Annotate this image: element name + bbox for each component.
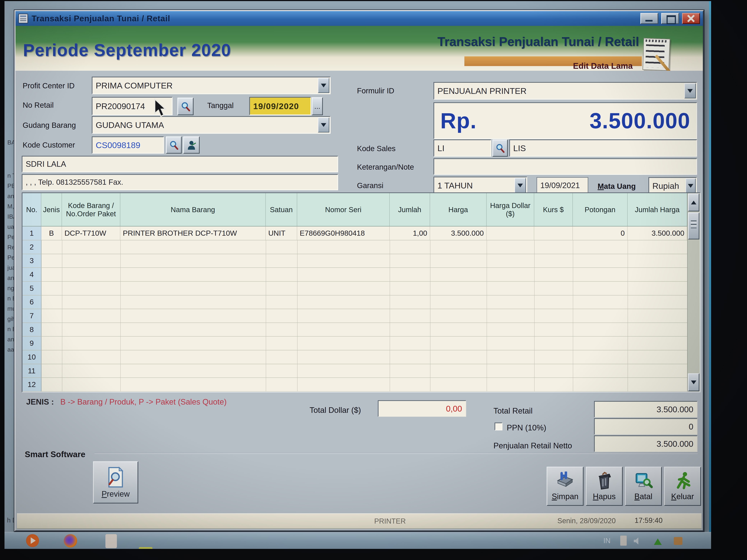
scroll-down-button[interactable] bbox=[688, 373, 699, 391]
chevron-down-icon[interactable] bbox=[318, 78, 329, 93]
search-icon bbox=[180, 101, 191, 112]
ppn-checkbox[interactable] bbox=[494, 423, 503, 430]
keluar-button[interactable]: Keluar bbox=[664, 466, 701, 506]
table-row[interactable]: 9 bbox=[22, 337, 687, 350]
col-header-harga: Harga bbox=[430, 193, 487, 226]
status-date: Senin, 28/09/2020 bbox=[557, 517, 616, 525]
preview-label: Preview bbox=[102, 489, 130, 499]
cell-kurs bbox=[534, 226, 573, 240]
col-header-jumlah: Jumlah bbox=[390, 193, 430, 226]
table-row[interactable]: 11 bbox=[22, 364, 687, 378]
brand-label: Smart Software bbox=[25, 449, 85, 459]
sales-search-button[interactable] bbox=[492, 139, 508, 157]
formulir-combobox[interactable]: PENJUALAN PRINTER bbox=[434, 82, 697, 100]
table-row[interactable]: 7 bbox=[22, 309, 687, 323]
media-player-icon[interactable] bbox=[26, 534, 39, 547]
table-row[interactable]: 4 bbox=[22, 268, 687, 282]
keterangan-input[interactable] bbox=[434, 158, 697, 175]
scrollbar-thumb[interactable] bbox=[688, 213, 699, 239]
simpan-button[interactable]: Simpan bbox=[547, 466, 584, 506]
cell-nama: PRINTER BROTHER DCP-T710W bbox=[120, 226, 266, 240]
sales-name-field[interactable]: LIS bbox=[509, 139, 697, 157]
close-button[interactable] bbox=[682, 13, 700, 24]
col-header-jumlah-harga: Jumlah Harga bbox=[627, 193, 687, 226]
tanggal-input[interactable]: 19/09/2020 bbox=[249, 97, 311, 115]
minimize-button[interactable] bbox=[640, 13, 658, 24]
arrow-up-icon bbox=[691, 201, 696, 205]
running-man-icon bbox=[673, 472, 692, 490]
profit-center-label: Profit Center ID bbox=[23, 81, 75, 90]
status-bar: PRINTER Senin, 28/09/2020 17:59:40 bbox=[17, 513, 701, 529]
table-row[interactable]: 5 bbox=[22, 282, 687, 295]
kode-sales-input[interactable]: LI bbox=[434, 139, 491, 157]
print-preview-icon bbox=[106, 466, 126, 488]
col-header-nama: Nama Barang bbox=[120, 193, 266, 226]
hapus-label: Hapus bbox=[593, 492, 616, 501]
no-retail-search-button[interactable] bbox=[177, 98, 194, 115]
volume-icon[interactable] bbox=[633, 536, 643, 546]
table-row[interactable]: 3 bbox=[22, 254, 687, 268]
row-number: 9 bbox=[22, 337, 41, 350]
tanggal-picker-button[interactable]: ... bbox=[312, 97, 323, 115]
profit-center-combobox[interactable]: PRIMA COMPUTER bbox=[92, 77, 331, 94]
customer-name-field[interactable]: SDRI LALA bbox=[22, 156, 338, 172]
search-icon bbox=[169, 140, 179, 150]
kode-customer-input[interactable]: CS0098189 bbox=[92, 136, 164, 154]
table-row[interactable]: 10 bbox=[22, 350, 687, 364]
batal-button[interactable]: Batal bbox=[625, 466, 662, 506]
preview-button[interactable]: Preview bbox=[93, 461, 138, 504]
tray-up-arrow-icon[interactable] bbox=[654, 538, 662, 545]
cell-jumlah-harga: 3.500.000 bbox=[627, 226, 687, 240]
gudang-combobox[interactable]: GUDANG UTAMA bbox=[92, 116, 331, 134]
cube-app-icon[interactable] bbox=[139, 547, 152, 549]
titlebar[interactable]: Transaksi Penjualan Tunai / Retail bbox=[16, 11, 703, 26]
table-row[interactable]: 8 bbox=[22, 323, 687, 337]
divider bbox=[95, 453, 698, 454]
customer-detail-button[interactable] bbox=[183, 136, 200, 154]
table-row[interactable]: 12 bbox=[22, 378, 687, 392]
search-icon bbox=[495, 143, 505, 153]
row-number: 11 bbox=[22, 364, 41, 378]
customer-contact-field[interactable]: , , , Telp. 081325557581 Fax. bbox=[22, 174, 338, 190]
chevron-down-icon[interactable] bbox=[686, 179, 696, 193]
maximize-button[interactable] bbox=[661, 13, 679, 24]
cell-seri: E78669G0H980418 bbox=[297, 226, 390, 240]
row-number: 12 bbox=[22, 378, 41, 391]
language-indicator[interactable]: IN bbox=[603, 537, 611, 545]
table-row[interactable]: 2 bbox=[22, 240, 687, 254]
hapus-button[interactable]: Hapus bbox=[586, 466, 623, 506]
scroll-up-button[interactable] bbox=[688, 193, 699, 211]
total-dollar-field: 0,00 bbox=[378, 400, 466, 417]
amount-value: 3.500.000 bbox=[590, 108, 690, 133]
table-row[interactable]: 6 bbox=[22, 295, 687, 309]
mata-uang-combobox[interactable]: Rupiah bbox=[648, 177, 697, 194]
taskbar[interactable]: IN bbox=[4, 532, 711, 549]
chevron-down-icon[interactable] bbox=[684, 83, 696, 98]
netto-label: Penjualan Retail Netto bbox=[493, 441, 572, 450]
taskbar-app-icon[interactable] bbox=[105, 534, 117, 548]
mouse-cursor bbox=[153, 98, 171, 118]
chevron-down-icon[interactable] bbox=[318, 117, 329, 132]
garansi-until-value: 19/09/2021 bbox=[540, 181, 580, 190]
garansi-combobox[interactable]: 1 TAHUN bbox=[434, 177, 527, 194]
keluar-label: Keluar bbox=[671, 492, 694, 501]
ppn-field: 0 bbox=[594, 418, 697, 435]
customer-contact-value: , , , Telp. 081325557581 Fax. bbox=[26, 178, 123, 186]
tray-battery-icon[interactable] bbox=[620, 536, 627, 545]
firefox-icon[interactable] bbox=[64, 534, 77, 548]
cell-no: 1 bbox=[22, 226, 41, 240]
col-header-no: No. bbox=[22, 193, 41, 226]
amount-display: Rp. 3.500.000 bbox=[434, 102, 697, 139]
tray-app-icon[interactable] bbox=[674, 537, 682, 545]
table-scrollbar[interactable] bbox=[687, 193, 700, 392]
app-icon bbox=[18, 14, 28, 23]
kode-sales-label: Kode Sales bbox=[357, 144, 395, 153]
customer-search-button[interactable] bbox=[166, 136, 182, 154]
jenis-note-label: JENIS : bbox=[26, 397, 54, 406]
garansi-until-field[interactable]: 19/09/2021 bbox=[537, 177, 588, 194]
chevron-down-icon[interactable] bbox=[514, 178, 526, 193]
cell-jenis: B bbox=[41, 226, 62, 240]
page-title: Periode September 2020 bbox=[23, 40, 231, 60]
col-header-seri: Nomor Seri bbox=[297, 193, 390, 226]
table-row[interactable]: 1 B DCP-T710W PRINTER BROTHER DCP-T710W … bbox=[22, 226, 687, 240]
